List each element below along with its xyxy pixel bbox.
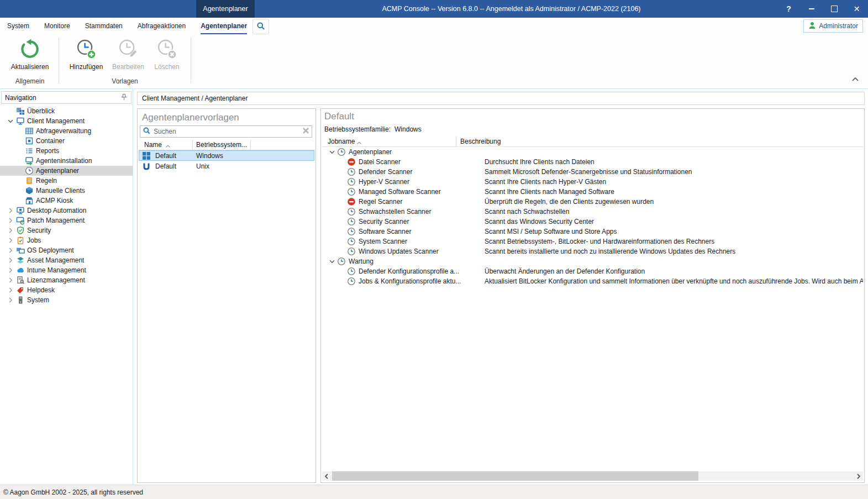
chevron-right-icon[interactable] xyxy=(6,266,15,274)
clock-icon xyxy=(346,247,356,256)
sidebar-item-manuelle-clients[interactable]: Manuelle Clients xyxy=(0,186,133,196)
chevron-down-icon[interactable] xyxy=(6,117,15,125)
job-name: Schwachstellen Scanner xyxy=(356,208,431,216)
scrollbar-track[interactable] xyxy=(331,471,854,481)
scrollbar-thumb[interactable] xyxy=(332,471,698,481)
sidebar-item-abfrageverwaltung[interactable]: Abfrageverwaltung xyxy=(0,126,133,136)
job-row[interactable]: System ScannerScannt Betriebssystem-, Bi… xyxy=(322,237,863,246)
blocked-icon xyxy=(346,197,356,206)
menu-item-monitore[interactable]: Monitore xyxy=(44,18,70,34)
column-header-jobname[interactable]: Jobname xyxy=(328,138,355,145)
edit-template-button[interactable]: Bearbeiten xyxy=(107,38,149,77)
menu-item-system[interactable]: System xyxy=(7,18,29,34)
status-bar: © Aagon GmbH 2002 - 2025, all rights res… xyxy=(0,485,868,499)
user-button[interactable]: Administrator xyxy=(803,19,863,33)
sidebar-item-label: OS Deployment xyxy=(25,246,74,254)
column-header-description[interactable]: Beschreibung xyxy=(460,138,501,145)
job-description: Überprüft die Regeln, die den Clients zu… xyxy=(479,198,654,206)
chevron-right-icon[interactable] xyxy=(6,246,15,254)
template-os: Windows xyxy=(196,152,223,160)
window-controls: ? ✕ xyxy=(777,0,868,18)
job-row[interactable]: Defender ScannerSammelt Microsoft Defend… xyxy=(322,167,863,177)
job-name-cell: Datei Scanner xyxy=(322,157,479,166)
chevron-right-icon[interactable] xyxy=(6,237,15,244)
sidebar-item-lizenzmanagement[interactable]: Lizenzmanagement xyxy=(0,275,133,285)
job-row[interactable]: Schwachstellen ScannerScannt nach Schwac… xyxy=(322,207,863,217)
menu-item-agentenplaner[interactable]: Agentenplaner xyxy=(201,18,247,34)
chevron-right-icon[interactable] xyxy=(6,227,15,234)
chevron-right-icon[interactable] xyxy=(6,256,15,264)
job-row[interactable]: Managed Software ScannerScannt Ihre Clie… xyxy=(322,187,863,197)
job-row[interactable]: Datei ScannerDurchsucht Ihre Clients nac… xyxy=(322,157,863,167)
job-row[interactable]: Agentenplaner xyxy=(322,147,863,157)
sidebar-item-intune-management[interactable]: Intune Management xyxy=(0,265,133,275)
job-row[interactable]: Regel ScannerÜberprüft die Regeln, die d… xyxy=(322,197,863,207)
sidebar-item-security[interactable]: Security xyxy=(0,225,133,235)
templates-search-input[interactable]: Suchen xyxy=(140,125,312,138)
template-row[interactable]: DefaultWindows xyxy=(139,150,314,161)
chevron-down-icon[interactable] xyxy=(328,148,336,156)
sidebar-item-client-management[interactable]: Client Management xyxy=(0,116,133,126)
close-button[interactable]: ✕ xyxy=(845,0,868,18)
menu-item-abfrageaktionen[interactable]: Abfrageaktionen xyxy=(138,18,186,34)
collapse-ribbon-button[interactable] xyxy=(851,76,859,84)
add-template-button[interactable]: Hinzufügen xyxy=(65,38,107,77)
clear-search-icon[interactable] xyxy=(302,127,309,136)
clock-icon xyxy=(346,237,356,246)
job-row[interactable]: Windows Updates ScannerScannt bereits in… xyxy=(322,246,863,256)
navigation-header-label: Navigation xyxy=(5,94,36,102)
search-button[interactable] xyxy=(252,19,269,34)
column-header-name[interactable]: Name xyxy=(144,141,162,149)
os-family-value: Windows xyxy=(394,125,422,133)
titlebar-active-tab[interactable]: Agentenplaner xyxy=(196,0,255,18)
scroll-left-arrow[interactable] xyxy=(322,471,331,481)
column-header-os[interactable]: Betriebssystem... xyxy=(196,141,247,149)
sidebar-item-label: ACMP Kiosk xyxy=(34,197,73,204)
chevron-right-icon[interactable] xyxy=(6,217,15,224)
sidebar-item-os-deployment[interactable]: OS Deployment xyxy=(0,245,133,255)
sidebar-item-asset-management[interactable]: Asset Management xyxy=(0,255,133,265)
chevron-down-icon[interactable] xyxy=(328,258,336,265)
job-row[interactable]: Software ScannerScannt MSI / Setup Softw… xyxy=(322,227,863,237)
sidebar-item-system[interactable]: System xyxy=(0,295,133,305)
maximize-button[interactable] xyxy=(823,0,845,18)
ribbon-group-vorlagen-label: Vorlagen xyxy=(62,77,188,85)
sidebar-item-agentenplaner[interactable]: Agentenplaner xyxy=(0,166,133,176)
window-title: ACMP Console -- Version 6.8.0 -- Angemel… xyxy=(265,0,757,18)
minimize-button[interactable] xyxy=(800,0,823,18)
sidebar-item-patch-management[interactable]: Patch Management xyxy=(0,216,133,225)
pin-icon[interactable] xyxy=(120,93,128,102)
delete-template-button[interactable]: Löschen xyxy=(146,38,188,77)
chevron-right-icon[interactable] xyxy=(6,207,15,214)
sidebar-item-helpdesk[interactable]: Helpdesk xyxy=(0,285,133,295)
horizontal-scrollbar[interactable] xyxy=(322,471,863,481)
job-row[interactable]: Hyper-V ScannerScannt Ihre Clients nach … xyxy=(322,177,863,187)
sidebar-item-desktop-automation[interactable]: Desktop Automation xyxy=(0,206,133,216)
menu-item-stammdaten[interactable]: Stammdaten xyxy=(85,18,123,34)
scroll-right-arrow[interactable] xyxy=(854,471,863,481)
sidebar-item-label: Patch Management xyxy=(25,217,85,224)
sidebar-item-acmp-kiosk[interactable]: ACMP Kiosk xyxy=(0,196,133,206)
job-row[interactable]: Defender Konfigurationsprofile a...Überw… xyxy=(322,266,863,276)
job-row[interactable]: Jobs & Konfigurationsprofile aktu...Aktu… xyxy=(322,276,863,286)
sidebar-item-agenteninstallation[interactable]: Agenteninstallation xyxy=(0,156,133,166)
chevron-right-icon[interactable] xyxy=(6,276,15,284)
help-button[interactable]: ? xyxy=(777,0,800,18)
sidebar-item-jobs[interactable]: Jobs xyxy=(0,235,133,245)
sidebar-item-container[interactable]: Container xyxy=(0,136,133,146)
job-name: Wartung xyxy=(346,258,373,265)
template-row[interactable]: DefaultUnix xyxy=(139,161,314,171)
job-description: Scannt MSI / Setup Software und Store Ap… xyxy=(479,228,617,235)
chevron-right-icon[interactable] xyxy=(6,286,15,294)
chevron-right-icon[interactable] xyxy=(6,296,15,304)
sidebar-item-reports[interactable]: Reports xyxy=(0,146,133,156)
job-row[interactable]: Wartung xyxy=(322,256,863,266)
sidebar-item--berblick[interactable]: Überblick xyxy=(0,106,133,116)
refresh-button[interactable]: Aktualisieren xyxy=(9,38,51,77)
sidebar-item-regeln[interactable]: Regeln xyxy=(0,176,133,186)
job-row[interactable]: Security ScannerScannt das Windows Secur… xyxy=(322,217,863,227)
user-button-label: Administrator xyxy=(819,22,858,30)
maximize-icon xyxy=(831,6,838,12)
templates-table-header[interactable]: Name Betriebssystem... xyxy=(139,140,314,150)
jobs-table-header[interactable]: Jobname Beschreibung xyxy=(322,136,863,147)
